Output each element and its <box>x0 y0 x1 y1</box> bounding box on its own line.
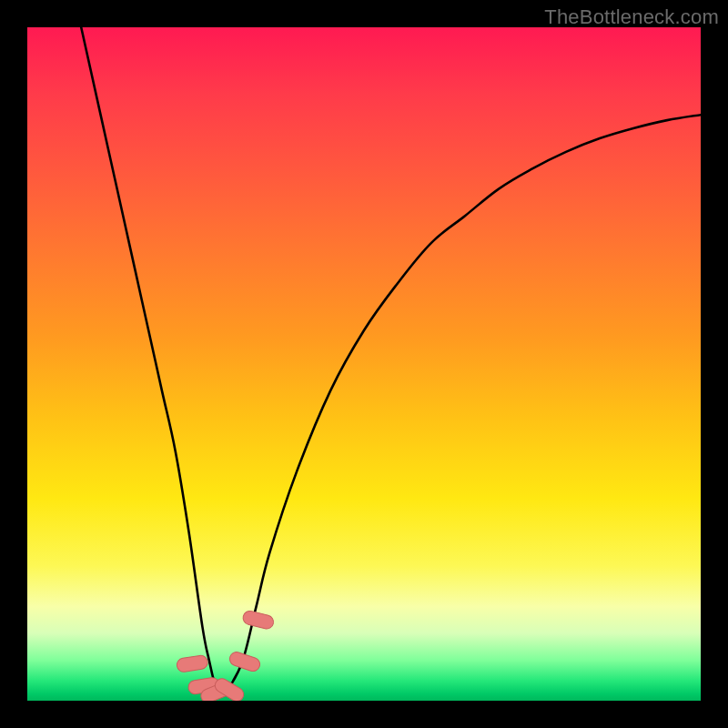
chart-frame: TheBottleneck.com <box>0 0 728 728</box>
bottleneck-curve <box>81 27 701 694</box>
bottleneck-curve-svg <box>27 27 701 701</box>
plot-area <box>27 27 701 701</box>
curve-markers <box>176 610 275 701</box>
curve-marker <box>176 654 208 672</box>
watermark-text: TheBottleneck.com <box>544 5 719 29</box>
curve-marker <box>242 610 276 631</box>
